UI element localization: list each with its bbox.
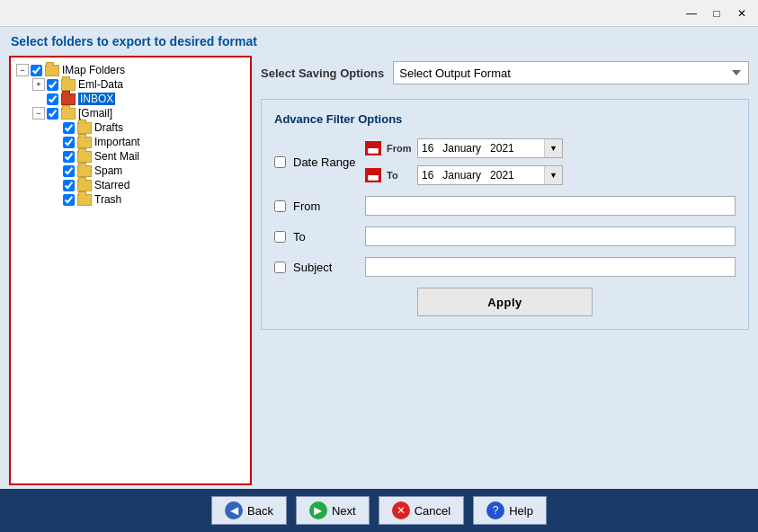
filter-label-to: To [293,230,365,244]
tree-label-inbox: INBOX [78,93,115,105]
cancel-label: Cancel [415,504,450,518]
save-options-row: Select Saving Options Select Output Form… [261,56,749,90]
filter-row-daterange: Date Range From [274,138,736,185]
header: Select folders to export to desired form… [0,27,758,52]
filter-subject-input[interactable] [365,257,736,277]
right-panel: Select Saving Options Select Output Form… [261,56,749,485]
checkbox-inbox[interactable] [47,93,58,105]
content-area: − IMap Folders + Eml-Data I [0,52,758,489]
calendar-to-icon [365,168,381,182]
filter-from-input[interactable] [365,196,736,216]
filter-label-daterange: Date Range [293,155,365,169]
close-button[interactable]: ✕ [729,4,754,23]
checkbox-important[interactable] [63,137,75,148]
tree-label-sentmail: Sent Mail [94,150,139,163]
back-label: Back [247,504,273,518]
checkbox-from[interactable] [274,200,286,212]
tree-toggle-imap[interactable]: − [16,64,29,76]
spacer-starred [49,179,61,191]
maximize-button[interactable]: □ [704,4,729,23]
checkbox-drafts[interactable] [63,122,75,134]
folder-icon-inbox [61,93,76,105]
checkbox-spam[interactable] [63,165,75,177]
apply-button[interactable]: Apply [417,288,593,316]
date-to-calendar-btn[interactable]: ▼ [544,166,562,184]
spacer-spam [49,164,61,177]
minimize-button[interactable]: — [679,4,704,23]
checkbox-gmail[interactable] [47,108,58,120]
spacer-sentmail [49,150,61,163]
help-label: Help [509,504,533,518]
date-from-input[interactable] [418,142,544,155]
save-options-label: Select Saving Options [261,66,384,80]
filter-label-from: From [293,200,365,213]
tree-label-emldata: Eml-Data [78,78,123,91]
checkbox-sentmail[interactable] [63,151,75,163]
date-from-line: From ▼ [365,138,563,158]
spacer-drafts [49,121,61,134]
tree-label-gmail: [Gmail] [78,107,112,120]
cancel-icon: ✕ [392,501,410,519]
tree-children-imap: + Eml-Data INBOX − [Gmail] [16,77,245,207]
checkbox-imap[interactable] [31,65,42,76]
help-icon: ? [486,501,504,519]
tree-label-trash: Trash [94,193,121,206]
calendar-from-icon [365,141,381,155]
page-title: Select folders to export to desired form… [11,34,257,49]
from-label: From [387,143,412,154]
folder-icon-spam [77,165,92,177]
save-options-select[interactable]: Select Output Format PST MBOX EML MSG PD… [393,61,749,84]
filter-row-to: To [274,226,736,246]
tree-label-drafts: Drafts [94,121,123,134]
main-window: Select folders to export to desired form… [0,27,758,532]
tree-label-spam: Spam [94,164,122,177]
help-button[interactable]: ? Help [473,496,547,525]
filter-section: Advance Filter Options Date Range [261,99,749,330]
checkbox-daterange[interactable] [274,156,286,168]
tree-row-gmail[interactable]: − [Gmail] [32,106,245,120]
tree-row-trash[interactable]: Trash [49,192,245,207]
checkbox-emldata[interactable] [47,79,58,91]
folder-icon-drafts [77,122,92,134]
spacer-inbox [32,93,45,105]
date-to-input[interactable] [418,169,544,182]
checkbox-to[interactable] [274,231,286,243]
date-from-calendar-btn[interactable]: ▼ [544,139,562,157]
folder-icon-imap [45,65,59,76]
tree-row-imap[interactable]: − IMap Folders [16,63,245,77]
spacer-trash [49,193,61,206]
svg-rect-2 [370,144,371,147]
folder-icon-gmail [61,108,76,120]
tree-toggle-gmail[interactable]: − [32,107,45,120]
folder-icon-important [77,137,92,148]
date-range-inner: From ▼ [365,138,563,185]
svg-rect-3 [375,144,377,147]
tree-children-gmail: Drafts Important Sent Mail [32,120,245,207]
next-button[interactable]: ▶ Next [296,496,370,525]
cancel-button[interactable]: ✕ Cancel [379,496,464,525]
back-button[interactable]: ◀ Back [211,496,287,525]
folder-icon-starred [77,180,92,191]
filter-title: Advance Filter Options [274,112,736,126]
to-label: To [387,170,412,181]
date-to-line: To ▼ [365,165,563,185]
next-label: Next [332,504,356,518]
checkbox-trash[interactable] [63,194,75,206]
svg-rect-5 [368,173,379,175]
title-bar: — □ ✕ [0,0,758,27]
tree-label-important: Important [94,136,140,148]
tree-label-starred: Starred [94,179,129,191]
filter-to-input[interactable] [365,226,736,246]
checkbox-subject[interactable] [274,262,286,273]
date-to-input-group: ▼ [417,165,563,185]
filter-row-from: From [274,196,736,216]
back-icon: ◀ [225,501,243,519]
svg-rect-1 [368,146,379,148]
tree-toggle-emldata[interactable]: + [32,78,45,91]
checkbox-starred[interactable] [63,180,75,191]
next-icon: ▶ [309,501,327,519]
folder-icon-trash [77,194,92,206]
svg-rect-7 [375,171,377,174]
filter-label-subject: Subject [293,261,365,274]
svg-rect-6 [370,171,371,174]
